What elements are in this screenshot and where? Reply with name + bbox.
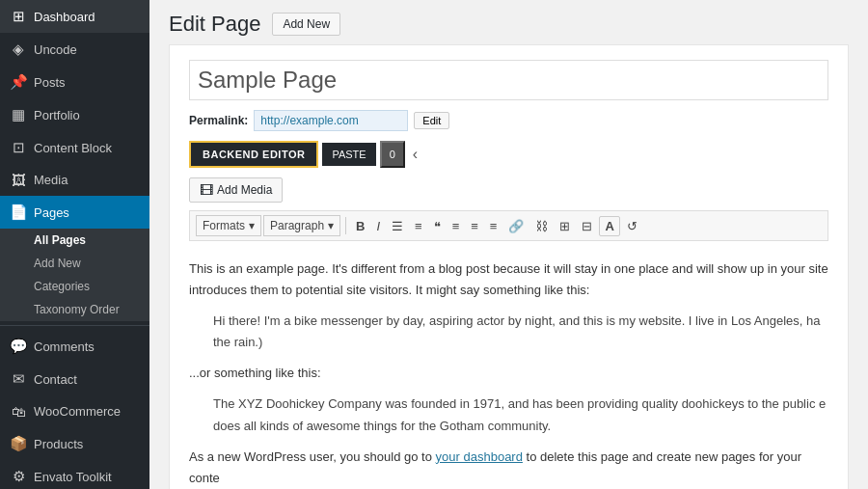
editor-container: Permalink: Edit BACKEND EDITOR PASTE 0 ‹… (169, 44, 849, 489)
permalink-row: Permalink: Edit (189, 110, 828, 131)
portfolio-icon: ▦ (10, 106, 27, 123)
sidebar-item-dashboard[interactable]: ⊞ Dashboard (0, 0, 149, 33)
dashboard-link[interactable]: your dashboard (436, 449, 523, 464)
comments-icon: 💬 (10, 338, 27, 355)
main-content: Edit Page Add New Permalink: Edit BACKEN… (149, 0, 868, 489)
formats-arrow: ▾ (249, 219, 255, 232)
products-icon: 📦 (10, 435, 27, 452)
content-para-2: ...or something like this: (189, 363, 828, 384)
add-new-label: Add New (34, 257, 81, 270)
collapse-button[interactable]: ‹ (409, 142, 421, 167)
sidebar-item-label: WooCommerce (34, 404, 121, 419)
bold-button[interactable]: B (351, 216, 369, 236)
all-pages-label: All Pages (34, 233, 86, 247)
paragraph-dropdown[interactable]: Paragraph ▾ (263, 215, 340, 236)
sidebar-item-comments[interactable]: 💬 Comments (0, 330, 149, 363)
taxonomy-order-label: Taxonomy Order (34, 303, 120, 316)
insert-table-button[interactable]: ⊞ (555, 216, 575, 236)
content-para-3: As a new WordPress user, you should go t… (189, 447, 828, 489)
add-new-button[interactable]: Add New (272, 13, 340, 36)
content-blockquote-1: Hi there! I'm a bike messenger by day, a… (213, 311, 828, 353)
sidebar-item-label: Uncode (34, 42, 77, 57)
sidebar-item-label: Products (34, 437, 83, 451)
sidebar-item-pages[interactable]: 📄 Pages (0, 196, 149, 229)
sidebar-item-media[interactable]: 🖼 Media (0, 164, 149, 196)
paragraph-label: Paragraph (270, 219, 324, 232)
link-button[interactable]: 🔗 (503, 216, 529, 236)
pages-submenu: All Pages Add New Categories Taxonomy Or… (0, 229, 149, 321)
formats-label: Formats (203, 219, 245, 232)
sidebar-item-label: Media (34, 173, 68, 187)
sidebar-sub-categories[interactable]: Categories (0, 275, 149, 298)
paste-count-button[interactable]: 0 (380, 141, 405, 168)
add-media-label: Add Media (217, 183, 272, 197)
page-title-input[interactable] (189, 60, 828, 100)
envato-icon: ⚙ (10, 468, 27, 485)
sidebar-item-contact[interactable]: ✉ Contact (0, 363, 149, 395)
sidebar-item-content-block[interactable]: ⊡ Content Block (0, 131, 149, 164)
insert-table2-button[interactable]: ⊟ (577, 216, 597, 236)
sidebar-sub-all-pages[interactable]: All Pages (0, 229, 149, 252)
add-media-button[interactable]: 🎞 Add Media (189, 177, 283, 203)
sidebar: ⊞ Dashboard ◈ Uncode 📌 Posts ▦ Portfolio… (0, 0, 149, 489)
align-center-button[interactable]: ≡ (466, 216, 483, 236)
sidebar-item-uncode[interactable]: ◈ Uncode (0, 33, 149, 66)
sidebar-sub-taxonomy-order[interactable]: Taxonomy Order (0, 298, 149, 321)
unlink-button[interactable]: ⛓ (530, 216, 553, 236)
blockquote-button[interactable]: ❝ (429, 216, 446, 236)
backend-editor-button[interactable]: BACKEND EDITOR (189, 141, 318, 168)
sidebar-divider (0, 325, 149, 326)
sidebar-item-label: Portfolio (34, 108, 80, 122)
toolbar-sep-1 (345, 217, 346, 234)
paste-button[interactable]: PASTE (322, 143, 375, 166)
undo-button[interactable]: ↺ (622, 216, 642, 236)
top-bar: Edit Page Add New (149, 0, 868, 44)
italic-button[interactable]: I (371, 216, 385, 236)
contact-icon: ✉ (10, 370, 27, 388)
sidebar-item-woocommerce[interactable]: 🛍 WooCommerce (0, 395, 149, 427)
page-title: Edit Page (169, 12, 260, 37)
sidebar-item-label: Contact (34, 372, 77, 387)
font-color-button[interactable]: A (599, 216, 619, 236)
editor-content: This is an example page. It's different … (189, 251, 828, 489)
content-blockquote-2: The XYZ Doohickey Company was founded in… (213, 394, 828, 436)
sidebar-item-label: Pages (34, 205, 69, 220)
uncode-icon: ◈ (10, 41, 27, 58)
align-right-button[interactable]: ≡ (485, 216, 502, 236)
content-para-3-pre: As a new WordPress user, you should go t… (189, 449, 436, 464)
align-left-button[interactable]: ≡ (448, 216, 465, 236)
media-icon: 🖼 (10, 172, 27, 188)
sidebar-sub-add-new[interactable]: Add New (0, 252, 149, 275)
sidebar-item-posts[interactable]: 📌 Posts (0, 66, 149, 98)
pages-icon: 📄 (10, 204, 27, 221)
sidebar-item-label: Posts (34, 75, 66, 90)
unordered-list-button[interactable]: ☰ (387, 216, 408, 236)
woocommerce-icon: 🛍 (10, 403, 27, 420)
categories-label: Categories (34, 280, 90, 293)
ordered-list-button[interactable]: ≡ (410, 216, 427, 236)
dashboard-icon: ⊞ (10, 8, 27, 25)
sidebar-item-portfolio[interactable]: ▦ Portfolio (0, 98, 149, 131)
add-media-row: 🎞 Add Media (189, 177, 828, 203)
format-toolbar: Formats ▾ Paragraph ▾ B I ☰ ≡ ❝ ≡ ≡ ≡ 🔗 … (189, 210, 828, 241)
posts-icon: 📌 (10, 73, 27, 91)
permalink-edit-button[interactable]: Edit (414, 112, 449, 129)
sidebar-item-products[interactable]: 📦 Products (0, 427, 149, 460)
paragraph-arrow: ▾ (328, 219, 334, 232)
sidebar-item-envato[interactable]: ⚙ Envato Toolkit (0, 460, 149, 489)
content-block-icon: ⊡ (10, 139, 27, 156)
permalink-label: Permalink: (189, 114, 248, 127)
sidebar-item-label: Content Block (34, 141, 112, 155)
sidebar-item-label: Comments (34, 340, 95, 354)
editor-toolbar-row: BACKEND EDITOR PASTE 0 ‹ (189, 141, 828, 168)
content-para-1: This is an example page. It's different … (189, 258, 828, 301)
add-media-icon: 🎞 (200, 182, 213, 198)
formats-dropdown[interactable]: Formats ▾ (196, 215, 261, 236)
permalink-url-input[interactable] (254, 110, 408, 131)
sidebar-item-label: Envato Toolkit (34, 470, 112, 484)
sidebar-item-label: Dashboard (34, 10, 95, 24)
